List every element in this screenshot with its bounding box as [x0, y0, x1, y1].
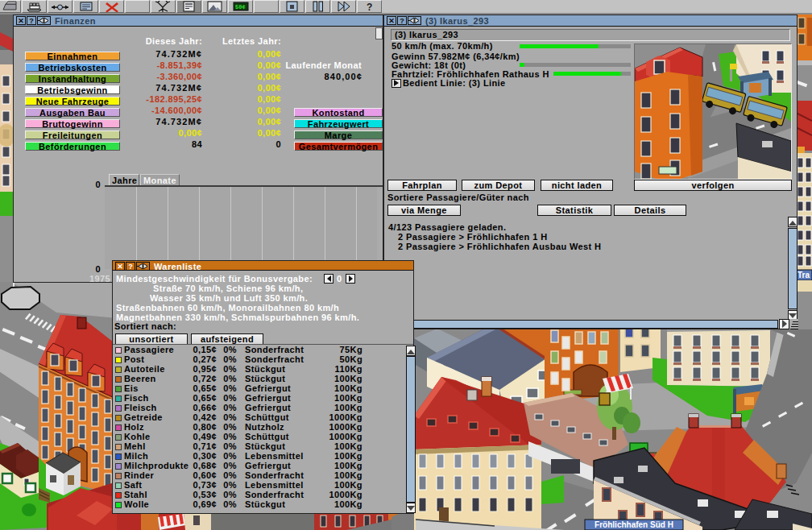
svg-text:?: ?: [367, 2, 372, 12]
svg-text:Fröhlichhafen Süd H: Fröhlichhafen Süd H: [594, 520, 673, 529]
svg-text:Tra: Tra: [798, 271, 810, 279]
svg-text:50¢: 50¢: [235, 4, 246, 10]
